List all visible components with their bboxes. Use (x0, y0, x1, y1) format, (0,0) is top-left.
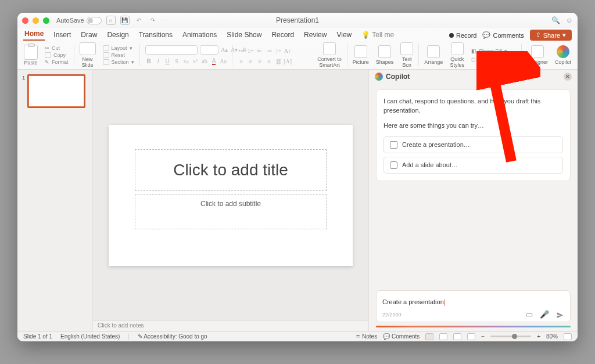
suggestion-create-presentation[interactable]: Create a presentation… (383, 136, 563, 153)
suggestion-add-slide[interactable]: Add a slide about… (383, 157, 563, 174)
tab-view[interactable]: View (335, 29, 353, 41)
indent-more-button[interactable]: ⇥ (266, 47, 273, 55)
copy-button[interactable]: Copy (45, 52, 66, 58)
slide-thumbnail-1[interactable] (27, 74, 85, 108)
indent-less-button[interactable]: ⇤ (256, 47, 264, 55)
minimize-window-icon[interactable] (33, 17, 39, 24)
share-button[interactable]: ⇪Share▾ (530, 30, 572, 41)
underline-button[interactable]: U (164, 57, 171, 65)
search-icon[interactable]: 🔍 (551, 16, 560, 24)
strikethrough-button[interactable]: S (173, 57, 181, 65)
convert-smartart-button[interactable]: Convert to SmartArt (314, 42, 345, 68)
tab-home[interactable]: Home (23, 28, 45, 41)
copilot-ribbon-button[interactable]: Copilot (552, 42, 574, 68)
tab-slide-show[interactable]: Slide Show (225, 29, 263, 41)
layout-button[interactable]: Layout ▾ (103, 45, 132, 51)
numbering-button[interactable]: 1≡ (247, 47, 255, 55)
picture-icon (354, 45, 367, 58)
slide-canvas[interactable]: Click to add title Click to add subtitle (109, 125, 353, 266)
shape-fill-button[interactable]: ◧Shape Fill ▾ (471, 48, 507, 54)
change-case-button[interactable]: Aa (220, 57, 227, 65)
format-painter-button[interactable]: ✎Format (45, 59, 69, 65)
tell-me[interactable]: 💡Tell me (360, 29, 395, 41)
tab-design[interactable]: Design (106, 29, 130, 41)
font-family-select[interactable] (145, 45, 198, 55)
text-direction-button[interactable]: A↕ (284, 47, 292, 55)
grow-font-icon[interactable]: A▴ (221, 46, 228, 53)
slide-thumbnail-panel[interactable]: 1 (17, 70, 93, 331)
comments-toggle[interactable]: 💬 Comments (383, 333, 420, 340)
notes-pane[interactable]: Click to add notes (93, 320, 368, 331)
subscript-button[interactable]: x₂ (182, 57, 190, 65)
tab-review[interactable]: Review (303, 29, 328, 41)
subtitle-placeholder[interactable]: Click to add subtitle (135, 194, 327, 229)
align-left-button[interactable]: ≡ (238, 57, 245, 65)
picture-button[interactable]: Picture (350, 42, 372, 68)
italic-button[interactable]: I (155, 57, 162, 65)
qat-more-icon[interactable]: ⋯ (161, 17, 167, 24)
reading-view-icon[interactable] (453, 333, 461, 340)
close-panel-icon[interactable]: ✕ (564, 73, 572, 81)
arrange-button[interactable]: Arrange (421, 42, 446, 68)
font-size-select[interactable] (200, 45, 218, 55)
columns-button[interactable]: ▥ (275, 57, 282, 65)
slide-stage[interactable]: Click to add title Click to add subtitle (93, 70, 368, 320)
tab-insert[interactable]: Insert (52, 29, 72, 41)
attach-icon[interactable]: ▭ (526, 310, 533, 319)
superscript-button[interactable]: x² (192, 57, 199, 65)
copilot-logo-icon (375, 73, 383, 81)
justify-button[interactable]: ≡ (266, 57, 273, 65)
bold-button[interactable]: B (145, 57, 153, 65)
microphone-icon[interactable]: 🎤 (540, 310, 549, 319)
slide-indicator[interactable]: Slide 1 of 1 (23, 333, 52, 340)
align-right-button[interactable]: ≡ (256, 57, 264, 65)
record-dot-icon (449, 33, 454, 38)
undo-qat-icon[interactable]: ↶ (134, 16, 144, 25)
happy-face-icon[interactable]: ☺ (566, 16, 573, 24)
title-placeholder[interactable]: Click to add title (135, 149, 327, 191)
shape-outline-button[interactable]: ◻Shape Outline ▾ (471, 56, 516, 62)
section-icon (103, 59, 109, 65)
slideshow-view-icon[interactable] (467, 333, 475, 340)
save-qat-icon[interactable]: 💾 (120, 16, 130, 25)
new-slide-button[interactable]: New Slide (77, 42, 99, 68)
record-button[interactable]: Record (449, 32, 476, 39)
highlight-button[interactable]: ab (201, 57, 209, 65)
paste-group[interactable]: Paste (21, 42, 41, 68)
tab-transitions[interactable]: Transitions (138, 29, 174, 41)
close-window-icon[interactable] (22, 17, 28, 24)
tab-animations[interactable]: Animations (181, 29, 218, 41)
shapes-button[interactable]: Shapes (373, 42, 397, 68)
zoom-window-icon[interactable] (43, 17, 49, 24)
fit-window-icon[interactable] (564, 333, 572, 340)
normal-view-icon[interactable] (425, 333, 433, 340)
autosave-label: AutoSave (56, 17, 84, 24)
accessibility-indicator[interactable]: ✎ Accessibility: Good to go (138, 333, 207, 340)
zoom-out-icon[interactable]: − (481, 333, 485, 340)
line-spacing-button[interactable]: ↕≡ (275, 47, 282, 55)
bullets-button[interactable]: •≡ (238, 47, 245, 55)
text-box-button[interactable]: Text Box (397, 42, 416, 68)
cut-button[interactable]: ✂Cut (45, 45, 60, 51)
section-button[interactable]: Section ▾ (103, 59, 134, 65)
zoom-level[interactable]: 80% (546, 333, 558, 340)
language-indicator[interactable]: English (United States) (60, 333, 120, 340)
quick-styles-button[interactable]: Quick Styles (447, 42, 467, 68)
align-center-button[interactable]: ≡ (247, 57, 255, 65)
home-qat-icon[interactable]: ⌂ (106, 16, 116, 25)
sorter-view-icon[interactable] (439, 333, 447, 340)
redo-qat-icon[interactable]: ↷ (148, 16, 157, 25)
tab-record[interactable]: Record (270, 29, 295, 41)
align-text-button[interactable]: [A] (284, 57, 292, 65)
tab-draw[interactable]: Draw (80, 29, 98, 41)
designer-button[interactable]: Designer (524, 42, 551, 68)
reset-button[interactable]: Reset (103, 52, 126, 58)
autosave-toggle[interactable] (87, 17, 102, 24)
send-icon[interactable] (556, 311, 564, 319)
zoom-slider[interactable] (490, 336, 531, 337)
zoom-in-icon[interactable]: + (537, 333, 540, 340)
font-color-button[interactable]: A (210, 57, 218, 65)
copilot-input-box[interactable]: Create a presentation 22/2000 ▭ 🎤 (376, 290, 571, 322)
comments-button[interactable]: 💬Comments (482, 31, 524, 39)
notes-toggle[interactable]: ≐ Notes (356, 333, 377, 340)
